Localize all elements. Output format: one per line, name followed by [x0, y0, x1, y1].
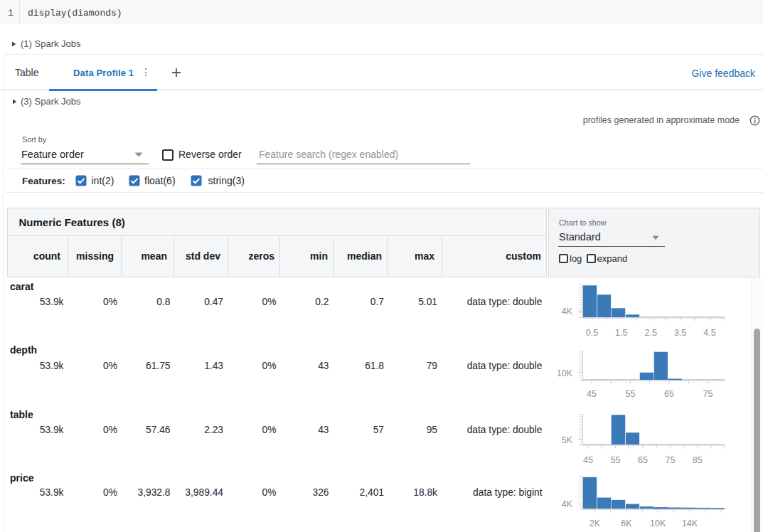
svg-text:1.5: 1.5 — [615, 328, 627, 338]
svg-text:4K: 4K — [562, 499, 573, 509]
svg-text:2K: 2K — [589, 518, 601, 528]
svg-text:2.5: 2.5 — [645, 328, 657, 338]
svg-text:75: 75 — [665, 455, 675, 465]
svg-text:4K: 4K — [562, 307, 573, 316]
svg-text:10K: 10K — [650, 518, 666, 528]
svg-text:85: 85 — [693, 455, 703, 465]
svg-text:45: 45 — [587, 389, 597, 399]
svg-text:3.5: 3.5 — [674, 328, 686, 338]
svg-text:75: 75 — [703, 389, 713, 399]
svg-text:55: 55 — [626, 389, 636, 399]
svg-text:0.5: 0.5 — [586, 328, 598, 338]
svg-text:14K: 14K — [682, 518, 698, 528]
svg-text:65: 65 — [664, 389, 674, 399]
svg-text:65: 65 — [638, 455, 648, 465]
svg-text:4.5: 4.5 — [703, 328, 715, 338]
svg-text:55: 55 — [611, 455, 621, 465]
svg-text:5K: 5K — [562, 435, 573, 445]
svg-text:10K: 10K — [557, 368, 573, 378]
svg-text:45: 45 — [583, 455, 593, 465]
svg-text:6K: 6K — [621, 518, 632, 528]
